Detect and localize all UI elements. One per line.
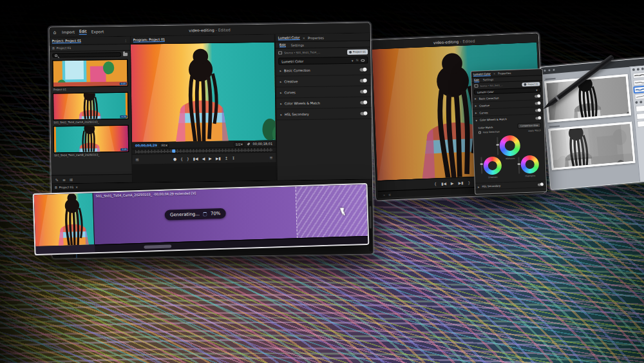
wrench-icon[interactable] <box>247 142 251 146</box>
section-hsl-secondary[interactable]: ▸ HSL Secondary <box>276 108 371 121</box>
toggle-switch[interactable] <box>535 95 540 97</box>
close-icon[interactable]: × <box>493 72 496 75</box>
lumetri-preset-select[interactable]: Lumetri Color ▾ fx <box>278 57 368 65</box>
tab-program[interactable]: Program: Project 01 <box>133 37 166 43</box>
subtab-edit[interactable]: Edit <box>474 78 479 82</box>
timeline-vertical-scrollbar[interactable] <box>368 201 372 251</box>
toolbar-dot-icon[interactable] <box>553 69 554 71</box>
current-timecode: 00;00;04;29 <box>135 143 157 147</box>
tab-lumetri-color[interactable]: Lumetri Color <box>473 72 491 76</box>
toggle-switch[interactable] <box>360 112 367 115</box>
target-sequence-button[interactable]: Project 01 <box>347 49 368 54</box>
step-back-icon[interactable]: ▮◀ <box>193 157 198 161</box>
highlights-wheel[interactable] <box>520 155 539 173</box>
target-sequence-button[interactable]: Project 01 <box>522 82 540 86</box>
section-curves[interactable]: ▸ Curves <box>276 86 371 99</box>
grid-icon[interactable]: ⊞ <box>52 46 55 50</box>
snap-icon[interactable]: ∞ <box>383 193 386 196</box>
toggle-switch[interactable] <box>360 101 367 104</box>
tab-properties[interactable]: Properties <box>308 35 324 39</box>
tab-lumetri-color[interactable]: Lumetri Color <box>278 35 300 40</box>
resolution-select[interactable]: 1/2 ▾ <box>234 142 245 146</box>
mouse-cursor <box>341 206 348 215</box>
subtab-edit[interactable]: Edit <box>279 43 286 47</box>
apply-match-button[interactable]: Apply Match <box>528 129 541 132</box>
midtones-wheel[interactable] <box>499 135 520 156</box>
step-back-icon[interactable]: ▮◀ <box>441 181 446 186</box>
mark-in-icon[interactable]: { <box>180 157 183 161</box>
step-forward-icon[interactable]: ▶▮ <box>458 181 463 185</box>
toggle-switch[interactable] <box>535 102 540 104</box>
midtones-slider[interactable] <box>497 137 498 155</box>
chevron-right-icon: ▸ <box>280 79 282 83</box>
play-icon[interactable]: ▶ <box>209 156 212 160</box>
storyboard-frame-2[interactable] <box>548 122 635 170</box>
extract-icon[interactable]: ↧ <box>232 156 235 160</box>
tab-project[interactable]: Project: Project 01 <box>52 39 82 44</box>
toggle-switch[interactable] <box>538 183 544 186</box>
toggle-switch[interactable] <box>535 117 541 119</box>
panel-menu-icon[interactable]: ⋮ <box>124 38 128 42</box>
folder-icon[interactable] <box>123 53 128 56</box>
play-icon[interactable]: ▶ <box>451 181 454 185</box>
scrubber-playhead[interactable] <box>173 150 176 153</box>
toggle-switch[interactable] <box>360 79 367 82</box>
step-forward-icon[interactable]: ▶▮ <box>216 156 221 160</box>
list-item[interactable]: 2;19 S01_Sh04_Tk01_CamB_20250103_ <box>51 124 132 158</box>
eye-icon[interactable] <box>361 59 365 61</box>
section-creative[interactable]: ▸ Creative <box>276 75 371 88</box>
tab-sequence[interactable]: Project 01 <box>59 185 74 188</box>
sidebar-tool-icons <box>635 100 644 104</box>
toolbar-dot-icon[interactable] <box>544 70 545 72</box>
shadows-slider[interactable] <box>480 157 482 173</box>
close-icon[interactable]: × <box>75 185 78 188</box>
grid-view-icon[interactable]: ⊞ <box>70 177 73 182</box>
brush-icon[interactable] <box>632 68 635 71</box>
comparison-view-button[interactable]: Comparison View <box>518 123 541 128</box>
brush-stroke-preset[interactable] <box>633 79 644 86</box>
chevron-down-icon[interactable]: ▾ <box>352 58 354 62</box>
prev-frame-icon[interactable]: ◀ <box>202 157 205 161</box>
layer-thumb[interactable] <box>636 104 644 112</box>
pen-tool-icon[interactable]: ✎ <box>55 177 59 182</box>
marker-icon[interactable]: ● <box>173 157 176 161</box>
layer-thumb[interactable] <box>637 120 644 128</box>
opacity-icon[interactable] <box>639 101 642 103</box>
list-view-icon[interactable]: ≡ <box>62 177 66 182</box>
search-input[interactable] <box>52 52 121 57</box>
checkbox[interactable] <box>478 132 481 134</box>
brush-stroke-preset-selected[interactable] <box>634 86 644 93</box>
layer-thumb[interactable] <box>636 112 644 120</box>
mark-in-icon[interactable]: { <box>434 181 437 186</box>
list-item[interactable]: 4;03 Project 01 <box>50 58 131 92</box>
fit-select[interactable]: Fit ▾ <box>160 142 169 147</box>
toggle-switch[interactable] <box>360 90 367 93</box>
settings-icon[interactable]: ≡ <box>269 155 272 160</box>
mark-out-icon[interactable]: } <box>468 180 470 184</box>
eraser-icon[interactable] <box>637 68 639 70</box>
toolbar-dot-icon[interactable] <box>548 69 550 71</box>
chevron-down-icon[interactable]: ▾ <box>536 88 538 92</box>
toggle-switch[interactable] <box>359 68 366 71</box>
fx-icon[interactable]: fx <box>355 59 358 62</box>
export-frame-icon[interactable]: ⊞ <box>135 157 138 162</box>
sidebar-mode-icons <box>632 67 644 71</box>
strip-clip-body[interactable]: S01_Sh01_Tk04_CamA_20250103_ -00;00;04;2… <box>93 184 368 244</box>
section-color-wheels[interactable]: ▸ Color Wheels & Match <box>276 97 371 110</box>
brush-stroke-preset[interactable] <box>632 72 644 79</box>
mark-out-icon[interactable]: } <box>187 157 189 161</box>
color-icon[interactable] <box>641 68 644 70</box>
tab-properties[interactable]: Properties <box>498 72 511 75</box>
list-item[interactable]: 4;29 S01_Sh01_Tk04_CamA_20250103_ <box>50 91 131 125</box>
toggle-switch[interactable] <box>535 109 541 112</box>
item-label: S01_Sh04_Tk01_CamB_20250103_ <box>54 153 99 157</box>
face-detection-label: Face Detection <box>483 130 500 133</box>
brush-stroke-preset[interactable] <box>634 93 644 100</box>
lift-icon[interactable]: ↥ <box>225 156 228 160</box>
layers-icon[interactable] <box>635 101 638 104</box>
grid-icon[interactable]: ⊞ <box>388 193 391 196</box>
subtab-settings[interactable]: Settings <box>291 43 305 46</box>
close-icon[interactable]: × <box>303 35 305 39</box>
section-basic-correction[interactable]: ▸ Basic Correction <box>276 64 370 77</box>
subtab-settings[interactable]: Settings <box>483 78 494 82</box>
